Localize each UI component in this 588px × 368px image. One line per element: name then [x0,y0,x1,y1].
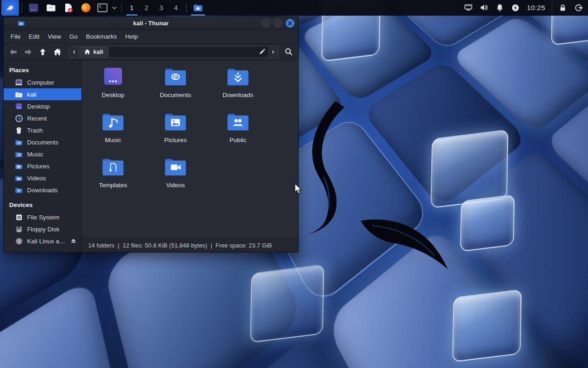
workspace-label: 3 [159,4,163,12]
file-label: Public [230,137,247,144]
launcher-desktop-settings[interactable] [25,0,42,16]
file-item-documents[interactable]: Documents [144,67,207,112]
file-item-music[interactable]: Music [82,112,144,157]
search-icon [284,47,293,56]
home-icon [84,49,90,55]
close-button[interactable] [286,19,294,28]
sidebar-item-pictures[interactable]: Pictures [4,160,81,172]
launcher-text-editor[interactable] [60,0,77,16]
sidebar-item-label: File System [27,214,60,221]
firefox-icon [80,2,91,13]
sidebar-item-label: Kali Linux a… [27,238,65,245]
sidebar-item-label: Trash [27,127,43,134]
svg-text:$_: $_ [99,5,103,8]
file-item-public[interactable]: Public [207,112,269,157]
sidebar-item-downloads[interactable]: Downloads [4,184,81,196]
lock-icon [558,3,567,12]
window-title: kali - Thunar [4,20,298,27]
file-label: Videos [166,182,185,189]
documents-folder-icon [164,67,187,87]
maximize-button[interactable] [274,19,283,28]
kali-menu-button[interactable] [1,0,19,16]
back-arrow-icon [9,47,18,57]
logout-icon [574,3,583,12]
menu-view[interactable]: View [44,31,65,42]
panel-clock[interactable]: 10:25 [523,4,549,12]
sidebar-item-recent[interactable]: Recent [4,112,81,124]
network-header: Network [4,247,81,252]
sidebar-item-label: Downloads [27,187,58,194]
panel-separator [186,3,187,13]
up-button[interactable] [36,46,50,58]
file-item-desktop[interactable]: Desktop [82,67,144,112]
launcher-file-manager[interactable] [42,0,60,16]
side-pane: Places Computer [4,60,82,252]
file-view[interactable]: Desktop Documents [82,60,298,238]
sidebar-item-label: Videos [27,175,46,182]
sidebar-item-computer[interactable]: Computer [4,76,81,88]
sidebar-item-file-system[interactable]: File System [4,211,81,223]
sidebar-item-trash[interactable]: Trash [4,124,81,136]
path-crumb-kali[interactable]: kali [79,46,109,58]
videos-folder-icon [15,174,23,182]
path-scroll-right-button[interactable] [268,46,277,58]
chevron-right-icon [271,49,276,55]
workspace-button-1[interactable]: 1 [124,0,139,16]
menu-file[interactable]: File [6,31,25,42]
network-tray-button[interactable] [461,0,476,16]
file-item-videos[interactable]: Videos [144,157,207,202]
desktop-icon [15,102,23,110]
home-button[interactable] [51,46,64,58]
volume-tray-button[interactable] [476,0,492,16]
file-label: Desktop [102,92,124,98]
launcher-firefox[interactable] [77,0,95,16]
sidebar-item-kali[interactable]: kali [4,88,81,100]
taskbar-thunar-button[interactable] [189,0,207,16]
sidebar-item-label: Documents [27,139,58,146]
sidebar-item-desktop[interactable]: Desktop [4,100,81,112]
lock-screen-button[interactable] [555,0,571,16]
pictures-folder-icon [15,162,23,170]
menu-bookmarks[interactable]: Bookmarks [82,31,121,42]
file-item-pictures[interactable]: Pictures [144,112,207,157]
file-system-drive-icon [15,213,23,221]
logout-button[interactable] [571,0,586,16]
menu-help[interactable]: Help [121,31,142,42]
path-edit-button[interactable] [255,46,268,58]
eject-button[interactable] [70,237,77,245]
menu-go[interactable]: Go [65,31,82,42]
power-manager-tray-button[interactable] [508,0,523,16]
pictures-folder-icon [164,112,187,132]
floppy-disk-icon [15,225,23,233]
text-editor-icon [63,2,74,13]
path-scroll-left-button[interactable] [69,46,79,58]
thunar-window: kali - Thunar File Edit View Go Bookmark… [3,17,299,253]
workspace-button-4[interactable]: 4 [169,0,183,16]
minimize-button[interactable] [262,19,271,28]
file-item-templates[interactable]: Templates [82,157,144,202]
terminal-icon: $_ [97,2,108,13]
forward-button[interactable] [21,46,35,58]
workspace-button-3[interactable]: 3 [154,0,169,16]
menu-edit[interactable]: Edit [25,31,44,42]
sidebar-item-documents[interactable]: Documents [4,136,81,148]
terminal-dropdown-button[interactable] [110,0,119,16]
workspace-button-2[interactable]: 2 [139,0,154,16]
file-manager-icon [45,2,57,13]
file-item-downloads[interactable]: Downloads [207,67,269,112]
top-panel: $_ 1 2 3 4 [0,0,588,16]
sidebar-item-videos[interactable]: Videos [4,172,81,184]
devices-header: Devices [4,196,81,211]
launcher-terminal[interactable]: $_ [95,0,110,16]
sidebar-item-kali-linux-cd[interactable]: Kali Linux a… [4,235,81,247]
sidebar-item-label: Computer [27,79,54,86]
window-folder-icon [17,20,25,26]
titlebar[interactable]: kali - Thunar [4,17,298,30]
sidebar-item-label: Desktop [27,103,50,110]
sidebar-item-music[interactable]: Music [4,148,81,160]
back-button[interactable] [6,46,20,58]
sidebar-item-floppy-disk[interactable]: Floppy Disk [4,223,81,235]
search-button[interactable] [282,46,295,58]
sidebar-item-label: Pictures [27,163,50,170]
notifications-tray-button[interactable] [492,0,508,16]
